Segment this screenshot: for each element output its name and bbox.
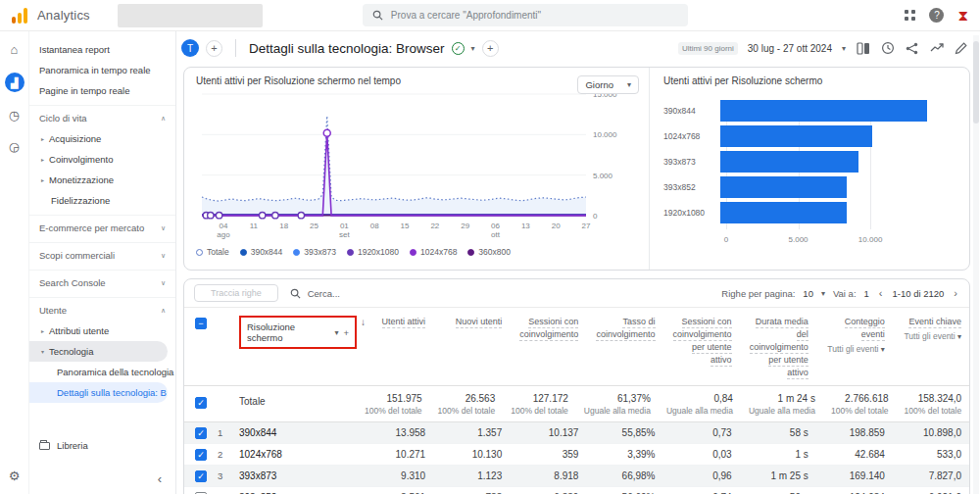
dimension-header-highlighted[interactable]: Risoluzione schermo ▾ + bbox=[239, 316, 357, 349]
column-header[interactable]: Durata media del coinvolgimento per uten… bbox=[740, 314, 816, 385]
explore-icon[interactable]: ◷ bbox=[6, 107, 23, 124]
bar[interactable] bbox=[720, 100, 927, 122]
metric-cell: 7.827,0 bbox=[893, 470, 969, 481]
clock-icon[interactable] bbox=[880, 41, 895, 56]
rows-per-page-value[interactable]: 10 bbox=[803, 288, 813, 299]
bar[interactable] bbox=[720, 125, 872, 147]
sidebar-item-retention[interactable]: Fidelizzazione bbox=[29, 190, 175, 211]
legend-item[interactable]: 360x800 bbox=[467, 247, 511, 257]
interval-dropdown[interactable]: Giorno▾ bbox=[577, 75, 639, 94]
metric-cell: 10.130 bbox=[433, 449, 510, 460]
bar[interactable] bbox=[720, 202, 847, 223]
bar-axis-tick: 5.000 bbox=[789, 235, 808, 244]
goto-label: Vai a: bbox=[833, 288, 857, 299]
admin-gear-icon[interactable]: ⚙ bbox=[6, 468, 23, 484]
goto-value[interactable]: 1 bbox=[864, 288, 869, 299]
legend-item[interactable]: 1920x1080 bbox=[347, 247, 399, 257]
sort-desc-icon[interactable]: ↓ bbox=[361, 316, 366, 330]
share-icon[interactable] bbox=[905, 41, 919, 56]
sidebar-item-tech-overview[interactable]: Panoramica della tecnologia bbox=[29, 362, 175, 382]
divider bbox=[235, 39, 236, 57]
metric-cell: 3,39% bbox=[586, 449, 662, 460]
caret-down-icon: ▾ bbox=[627, 80, 631, 89]
sidebar-item-tech-details[interactable]: Dettagli sulla tecnologia: B... bbox=[29, 382, 168, 403]
brand-label: Analytics bbox=[37, 8, 90, 23]
bar-chart[interactable]: 1920x1080393x852393x8731024x768390x844 0… bbox=[663, 100, 956, 247]
line-chart-panel: Utenti attivi per Risoluzione schermo ne… bbox=[184, 68, 650, 270]
sidebar-item-library[interactable]: Libreria bbox=[29, 434, 98, 457]
caret-down-icon[interactable]: ▾ bbox=[471, 44, 475, 53]
sidebar-item-engagement[interactable]: ▸Coinvolgimento bbox=[29, 149, 175, 170]
table-search[interactable]: Cerca... bbox=[290, 288, 710, 299]
advertising-icon[interactable]: ◶ bbox=[6, 138, 23, 155]
column-header[interactable]: Tasso di coinvolgimento bbox=[586, 314, 662, 347]
add-report-button[interactable]: + bbox=[482, 40, 499, 57]
sidebar-item-realtime[interactable]: Panoramica in tempo reale bbox=[29, 60, 175, 80]
table-card: Traccia righe Cerca... Righe per pagina:… bbox=[183, 278, 970, 494]
prev-page-icon[interactable]: ‹ bbox=[877, 287, 885, 299]
legend-item[interactable]: 1024x768 bbox=[410, 247, 457, 257]
analytics-logo-icon bbox=[12, 8, 27, 24]
column-header[interactable]: Conteggio eventiTutti gli eventi ▾ bbox=[816, 314, 893, 362]
search-bar[interactable]: Prova a cercare "Approfondimenti" bbox=[363, 4, 688, 26]
home-icon[interactable]: ⌂ bbox=[6, 41, 23, 58]
column-header[interactable]: Eventi chiaveTutti gli eventi ▾ bbox=[893, 314, 969, 349]
bar-row: 393x873 bbox=[663, 151, 950, 173]
caret-down-icon[interactable]: ▾ bbox=[821, 289, 825, 298]
comparison-icon[interactable] bbox=[856, 41, 870, 56]
svg-text:06: 06 bbox=[491, 222, 500, 230]
sidebar-section-search-console[interactable]: Search Console∨ bbox=[29, 270, 175, 293]
row-checkbox[interactable]: ✓ bbox=[195, 470, 207, 482]
legend-item[interactable]: Totale bbox=[196, 247, 229, 257]
bar[interactable] bbox=[720, 176, 847, 198]
column-header[interactable]: Nuovi utenti bbox=[433, 314, 510, 334]
sidebar-item-tech[interactable]: ▾Tecnologia bbox=[29, 341, 168, 362]
column-header[interactable]: ↓Utenti attivi bbox=[357, 314, 433, 336]
help-icon[interactable]: ? bbox=[929, 8, 944, 23]
legend-item[interactable]: 393x873 bbox=[293, 247, 336, 257]
add-comparison-button[interactable]: + bbox=[206, 40, 222, 57]
report-header: T + Dettagli sulla tecnologia: Browser ✓… bbox=[177, 31, 980, 65]
totals-cell: 2.766.618100% del totale bbox=[823, 393, 897, 416]
triangle-icon: ▸ bbox=[41, 135, 44, 142]
caret-down-icon[interactable]: ▾ bbox=[842, 44, 846, 53]
sidebar-section-business-goals[interactable]: Scopi commerciali∨ bbox=[29, 242, 175, 266]
sidebar-item-acquisition[interactable]: ▸Acquisizione bbox=[29, 128, 175, 149]
collapse-sidebar-icon[interactable]: ‹ bbox=[158, 471, 162, 486]
edit-pencil-icon[interactable] bbox=[954, 41, 968, 56]
column-header[interactable]: Sessioni con coinvolgimento per utente a… bbox=[663, 314, 740, 372]
account-selector[interactable] bbox=[118, 4, 263, 27]
scrollbar-thumb[interactable] bbox=[973, 41, 979, 124]
hourglass-icon[interactable]: ⧗ bbox=[957, 8, 968, 23]
legend-item[interactable]: 390x844 bbox=[240, 247, 283, 257]
date-range-picker[interactable]: 30 lug - 27 ott 2024 bbox=[748, 43, 832, 54]
google-apps-icon[interactable] bbox=[905, 10, 915, 21]
sidebar-item-realtime-pages[interactable]: Pagine in tempo reale bbox=[29, 80, 175, 101]
reports-icon[interactable]: ▟ bbox=[5, 73, 24, 92]
sidebar-section-ecommerce[interactable]: E-commerce per mercato∨ bbox=[29, 215, 175, 238]
bar[interactable] bbox=[720, 151, 858, 173]
triangle-icon: ▾ bbox=[41, 348, 44, 355]
trace-rows-button[interactable]: Traccia righe bbox=[194, 284, 278, 302]
svg-text:10.000: 10.000 bbox=[593, 130, 617, 139]
add-dimension-icon[interactable]: + bbox=[343, 327, 349, 338]
row-checkbox[interactable]: ✓ bbox=[195, 449, 207, 461]
page-scrollbar[interactable] bbox=[973, 35, 979, 494]
rows-per-page-label: Righe per pagina: bbox=[721, 288, 795, 299]
insights-icon[interactable] bbox=[929, 41, 944, 56]
svg-text:25: 25 bbox=[310, 222, 318, 230]
column-header[interactable]: Sessioni con coinvolgimento bbox=[510, 314, 586, 347]
avatar[interactable]: T bbox=[181, 39, 199, 57]
row-checkbox[interactable]: ✓ bbox=[195, 427, 207, 439]
sidebar-section-lifecycle[interactable]: Ciclo di vita∧ bbox=[29, 105, 175, 128]
sidebar-section-user[interactable]: Utente∧ bbox=[29, 297, 175, 321]
sidebar-item-user-attributes[interactable]: ▸Attributi utente bbox=[29, 321, 175, 341]
report-nav-sidebar: Istantanea report Panoramica in tempo re… bbox=[29, 31, 176, 494]
sidebar-item-snapshot[interactable]: Istantanea report bbox=[29, 39, 175, 60]
next-page-icon[interactable]: › bbox=[952, 287, 959, 299]
check-badge-icon[interactable]: ✓ bbox=[452, 42, 465, 55]
line-chart[interactable]: 05.00010.00015.00004ago11182501set081522… bbox=[196, 86, 639, 243]
sidebar-item-monetization[interactable]: ▸Monetizzazione bbox=[29, 170, 175, 190]
totals-checkbox[interactable]: ✓ bbox=[195, 397, 207, 409]
select-all-checkbox[interactable]: − bbox=[195, 318, 207, 329]
